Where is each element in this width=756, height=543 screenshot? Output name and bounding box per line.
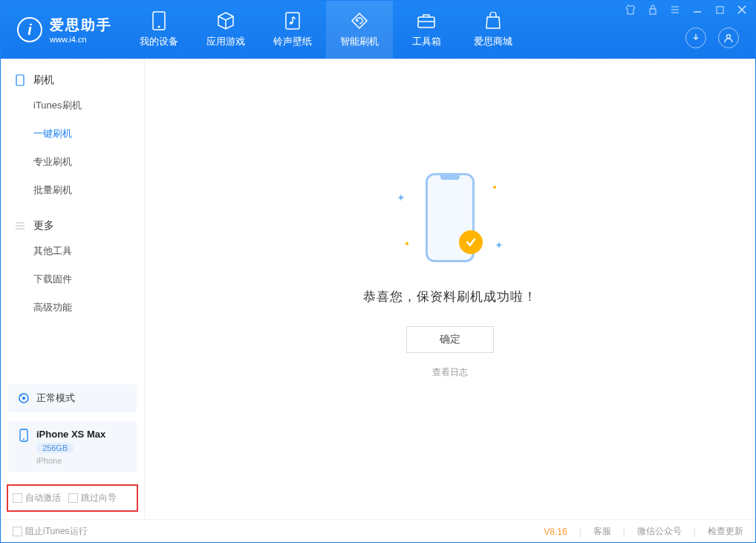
device-icon <box>14 74 26 86</box>
svg-point-3 <box>290 22 293 25</box>
dot-icon <box>493 186 496 189</box>
maximize-icon[interactable] <box>714 4 726 16</box>
checkbox-label: 阻止iTunes运行 <box>25 525 88 538</box>
header-right <box>685 27 739 48</box>
bag-icon <box>483 11 503 30</box>
highlighted-options: 自动激活 跳过向导 <box>7 484 138 512</box>
main-content: ✦ ✦ 恭喜您，保资料刷机成功啦！ 确定 查看日志 <box>145 59 755 519</box>
svg-point-7 <box>727 35 731 39</box>
success-message: 恭喜您，保资料刷机成功啦！ <box>363 288 537 305</box>
nav-tab-tools[interactable]: 工具箱 <box>393 1 460 59</box>
close-icon[interactable] <box>736 4 748 16</box>
sidebar-item-oneclick-flash[interactable]: 一键刷机 <box>1 120 144 148</box>
music-icon <box>283 11 302 30</box>
phone-small-icon <box>17 429 30 442</box>
checkbox-icon <box>13 527 22 536</box>
checkbox-icon <box>68 493 78 503</box>
logo-area: i 爱思助手 www.i4.cn <box>1 16 126 44</box>
dot-icon <box>405 242 408 245</box>
app-url: www.i4.cn <box>50 35 112 44</box>
sparkle-icon: ✦ <box>495 239 504 251</box>
list-icon <box>14 220 26 232</box>
footer-link-update[interactable]: 检查更新 <box>708 525 743 538</box>
block-itunes-checkbox[interactable]: 阻止iTunes运行 <box>13 525 88 538</box>
checkbox-label: 自动激活 <box>25 492 61 504</box>
cube-icon <box>216 11 235 30</box>
sidebar-item-advanced[interactable]: 高级功能 <box>1 293 144 322</box>
minimize-icon[interactable] <box>691 4 703 16</box>
svg-rect-8 <box>16 75 24 85</box>
section-title: 更多 <box>33 219 54 233</box>
titlebar-controls <box>625 4 748 16</box>
nav-tab-device[interactable]: 我的设备 <box>126 1 192 59</box>
svg-rect-6 <box>717 7 723 13</box>
success-illustration: ✦ ✦ <box>383 169 517 266</box>
sparkle-icon: ✦ <box>397 192 405 204</box>
shirt-icon[interactable] <box>625 4 636 16</box>
device-name: iPhone XS Max <box>36 429 105 440</box>
footer-link-wechat[interactable]: 微信公众号 <box>637 525 682 538</box>
confirm-button[interactable]: 确定 <box>406 326 494 353</box>
toolbox-icon <box>417 11 436 30</box>
menu-icon[interactable] <box>669 4 681 16</box>
checkbox-label: 跳过向导 <box>81 492 117 504</box>
nav-tab-ringtone[interactable]: 铃声壁纸 <box>259 1 326 59</box>
nav-tab-apps[interactable]: 应用游戏 <box>192 1 259 59</box>
sidebar-item-itunes-flash[interactable]: iTunes刷机 <box>1 91 144 120</box>
svg-point-10 <box>22 397 25 400</box>
svg-rect-4 <box>418 17 434 27</box>
nav-tabs: 我的设备 应用游戏 铃声壁纸 智能刷机 工具箱 爱思商城 <box>126 1 527 59</box>
nav-label: 智能刷机 <box>340 35 379 48</box>
auto-activate-checkbox[interactable]: 自动激活 <box>13 492 61 504</box>
mode-icon <box>17 391 30 405</box>
checkbox-icon <box>13 493 22 503</box>
skip-guide-checkbox[interactable]: 跳过向导 <box>68 492 117 504</box>
lock-icon[interactable] <box>647 4 659 16</box>
nav-label: 我的设备 <box>140 35 178 48</box>
nav-label: 应用游戏 <box>206 35 245 48</box>
nav-label: 爱思商城 <box>474 35 512 48</box>
app-name: 爱思助手 <box>50 16 112 35</box>
download-icon[interactable] <box>685 27 706 48</box>
refresh-icon <box>350 11 369 30</box>
sidebar-item-download-firmware[interactable]: 下载固件 <box>1 265 144 293</box>
sidebar-section-more: 更多 <box>1 215 144 237</box>
footer-link-support[interactable]: 客服 <box>593 525 611 538</box>
device-type: iPhone <box>36 456 105 465</box>
sidebar: 刷机 iTunes刷机 一键刷机 专业刷机 批量刷机 更多 其他工具 下载固件 … <box>1 59 145 519</box>
footer: 阻止iTunes运行 V8.16 | 客服 | 微信公众号 | 检查更新 <box>1 519 755 543</box>
svg-point-1 <box>158 26 160 28</box>
nav-label: 铃声壁纸 <box>273 35 312 48</box>
device-mode: 正常模式 <box>36 391 75 405</box>
device-info-box[interactable]: iPhone XS Max 256GB iPhone <box>8 421 137 472</box>
sidebar-item-other-tools[interactable]: 其他工具 <box>1 237 144 265</box>
version-label: V8.16 <box>544 527 567 537</box>
check-badge-icon <box>459 230 483 254</box>
logo-icon: i <box>17 17 42 42</box>
section-title: 刷机 <box>33 74 54 87</box>
sidebar-item-pro-flash[interactable]: 专业刷机 <box>1 148 144 176</box>
nav-tab-flash[interactable]: 智能刷机 <box>326 1 393 59</box>
nav-tab-store[interactable]: 爱思商城 <box>460 1 527 59</box>
svg-rect-5 <box>650 9 656 14</box>
nav-label: 工具箱 <box>412 35 441 48</box>
svg-point-12 <box>23 438 25 440</box>
phone-icon <box>149 11 169 30</box>
user-icon[interactable] <box>718 27 739 48</box>
sidebar-section-flash: 刷机 <box>1 69 144 91</box>
device-mode-box[interactable]: 正常模式 <box>8 384 137 412</box>
app-header: i 爱思助手 www.i4.cn 我的设备 应用游戏 铃声壁纸 智能刷机 工具箱 <box>1 1 755 59</box>
view-log-link[interactable]: 查看日志 <box>432 366 468 379</box>
device-storage: 256GB <box>36 443 74 453</box>
sidebar-item-batch-flash[interactable]: 批量刷机 <box>1 176 144 204</box>
